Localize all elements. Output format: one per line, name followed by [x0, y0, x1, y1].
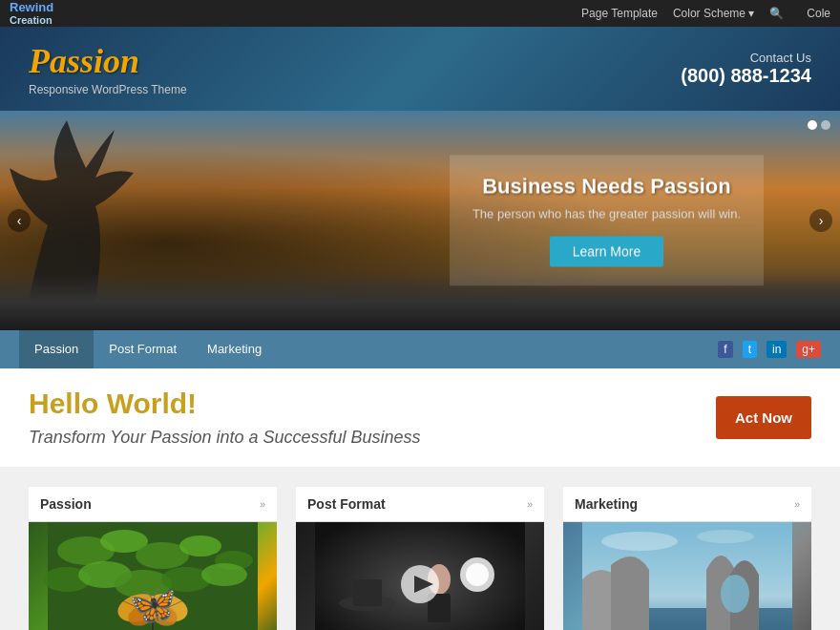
act-now-button[interactable]: Act Now	[716, 396, 811, 439]
nav-link-postformat[interactable]: Post Format	[94, 330, 192, 368]
site-navigation: Passion Post Format Marketing f t in g+	[0, 330, 840, 368]
social-icons: f t in g+	[718, 341, 821, 358]
admin-bar: Rewind Creation Page Template Color Sche…	[0, 0, 840, 27]
postformat-column: Post Format »	[296, 487, 544, 630]
contact-label: Contact Us	[681, 51, 811, 65]
admin-bar-right: Page Template Color Scheme ▾ 🔍 Cole	[581, 7, 830, 20]
marketing-column-image	[563, 522, 811, 630]
svg-point-30	[721, 575, 749, 613]
svg-point-32	[697, 530, 754, 543]
postformat-column-header: Post Format »	[296, 487, 544, 522]
passion-column: Passion »	[29, 487, 277, 630]
admin-bar-left: Rewind Creation	[10, 1, 53, 26]
hero-dot-1[interactable]	[808, 120, 817, 130]
marketing-column: Marketing »	[563, 487, 811, 630]
nav-link-marketing[interactable]: Marketing	[192, 330, 277, 368]
search-icon[interactable]: 🔍	[769, 7, 784, 20]
nav-links: Passion Post Format Marketing	[19, 330, 277, 368]
passion-column-image	[29, 522, 277, 630]
site-logo-admin: Rewind Creation	[10, 1, 53, 26]
passion-column-more[interactable]: »	[260, 498, 265, 510]
postformat-column-image	[296, 522, 544, 630]
nav-link-passion[interactable]: Passion	[19, 330, 94, 368]
site-logo: Passion Responsive WordPress Theme	[29, 41, 187, 96]
hero-next-button[interactable]: ›	[809, 209, 832, 232]
hero-learn-more-button[interactable]: Learn More	[550, 237, 664, 267]
logo-text: Passion	[29, 41, 187, 81]
admin-user-label: Cole	[807, 7, 830, 20]
postformat-image-svg	[296, 522, 544, 630]
svg-point-10	[201, 563, 247, 586]
columns-section: Passion »	[0, 468, 840, 630]
hero-content: Business Needs Passion The person who ha…	[450, 156, 764, 286]
hello-section: Hello World! Transform Your Passion into…	[0, 368, 840, 468]
contact-info: Contact Us (800) 888-1234	[681, 51, 811, 87]
marketing-column-header: Marketing »	[563, 487, 811, 522]
marketing-image-svg	[563, 522, 811, 630]
hero-section: ‹ › Business Needs Passion The person wh…	[0, 111, 840, 330]
hello-title: Hello World!	[29, 388, 716, 420]
site-header: Passion Responsive WordPress Theme Conta…	[0, 27, 840, 111]
marketing-column-more[interactable]: »	[794, 498, 800, 510]
color-scheme-link[interactable]: Color Scheme ▾	[673, 7, 754, 20]
hello-text: Hello World! Transform Your Passion into…	[29, 388, 716, 448]
svg-point-8	[115, 570, 172, 598]
svg-point-31	[601, 532, 678, 551]
hero-subtitle: The person who has the greater passion w…	[472, 207, 741, 221]
svg-point-13	[125, 602, 157, 629]
svg-point-14	[148, 602, 179, 629]
postformat-column-more[interactable]: »	[527, 498, 533, 510]
linkedin-icon[interactable]: in	[766, 341, 787, 358]
svg-point-23	[466, 563, 489, 586]
postformat-column-title: Post Format	[307, 496, 386, 512]
hello-subtitle: Transform Your Passion into a Successful…	[29, 428, 716, 448]
svg-point-4	[179, 536, 221, 556]
passion-image-svg	[29, 522, 277, 630]
twitter-icon[interactable]: t	[743, 341, 757, 358]
googleplus-icon[interactable]: g+	[796, 341, 821, 358]
svg-rect-25	[353, 579, 382, 606]
passion-column-header: Passion »	[29, 487, 277, 522]
tagline: Responsive WordPress Theme	[29, 83, 187, 96]
hero-dot-2[interactable]	[821, 120, 830, 130]
hero-title: Business Needs Passion	[472, 175, 741, 200]
contact-phone: (800) 888-1234	[681, 65, 811, 87]
marketing-column-title: Marketing	[575, 496, 638, 512]
hero-prev-button[interactable]: ‹	[8, 209, 31, 232]
hero-dots	[808, 120, 830, 130]
passion-column-title: Passion	[40, 496, 92, 512]
facebook-icon[interactable]: f	[718, 341, 732, 358]
page-template-link[interactable]: Page Template	[581, 7, 658, 20]
